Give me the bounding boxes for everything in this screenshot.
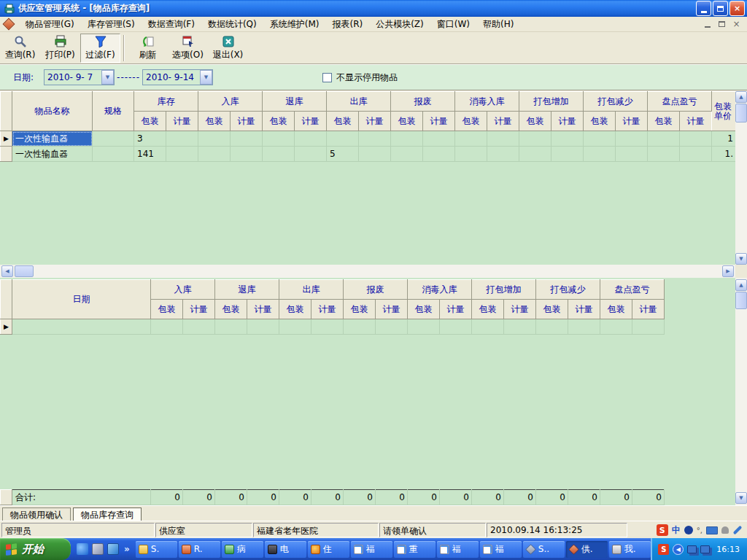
cell[interactable] bbox=[376, 319, 408, 335]
grid2-sub-qty[interactable]: 计量 bbox=[311, 300, 344, 319]
grid2-sub-qty[interactable]: 计量 bbox=[183, 300, 215, 319]
grid2-group-in[interactable]: 入库 bbox=[151, 280, 215, 300]
cell[interactable] bbox=[263, 147, 295, 162]
ie-quicklaunch-icon[interactable] bbox=[77, 543, 88, 555]
network-icon[interactable] bbox=[687, 545, 697, 553]
grid2-sub-pkg[interactable]: 包装 bbox=[279, 300, 311, 319]
cell[interactable] bbox=[440, 319, 472, 335]
moon-icon[interactable] bbox=[684, 526, 693, 534]
refresh-button[interactable]: 刷新 bbox=[128, 34, 168, 63]
menu-item-stats[interactable]: 数据统计(Q) bbox=[201, 17, 263, 32]
grid1-group-stock[interactable]: 库存 bbox=[134, 92, 198, 112]
grid2-sub-pkg[interactable]: 包装 bbox=[151, 300, 183, 319]
grid1-sub-qty[interactable]: 计量 bbox=[487, 112, 519, 131]
cell[interactable] bbox=[198, 131, 231, 147]
grid1-sub-pkg[interactable]: 包装 bbox=[648, 112, 680, 131]
cell[interactable] bbox=[359, 131, 391, 147]
grid2-group-pack-add[interactable]: 打包增加 bbox=[472, 280, 536, 300]
restore-icon[interactable] bbox=[713, 1, 728, 16]
cell[interactable] bbox=[423, 131, 455, 147]
menu-item-window[interactable]: 窗口(W) bbox=[430, 17, 476, 32]
cell[interactable] bbox=[551, 131, 584, 147]
taskbar-item[interactable]: 电 bbox=[265, 541, 306, 558]
start-button[interactable]: 开始 bbox=[0, 538, 71, 560]
cell[interactable] bbox=[472, 319, 504, 335]
cell[interactable] bbox=[584, 147, 616, 162]
cell[interactable] bbox=[648, 147, 680, 162]
options-button[interactable]: 选项(O) bbox=[168, 34, 208, 63]
grid1-sub-qty[interactable]: 计量 bbox=[680, 112, 712, 131]
grid2-group-pack-sub[interactable]: 打包减少 bbox=[536, 280, 600, 300]
grid1-hscrollbar[interactable]: ◀ ▶ bbox=[0, 265, 735, 278]
grid1-sub-pkg[interactable]: 包装 bbox=[263, 112, 295, 131]
cell[interactable] bbox=[519, 131, 551, 147]
taskbar-item-active[interactable]: 供. bbox=[566, 541, 608, 558]
punctuation-icon[interactable]: °, bbox=[697, 526, 703, 534]
scroll-up-icon[interactable]: ▲ bbox=[735, 279, 747, 291]
cell[interactable] bbox=[231, 131, 263, 147]
grid2-sub-pkg[interactable]: 包装 bbox=[600, 300, 632, 319]
grid2-group-scrap[interactable]: 报废 bbox=[344, 280, 408, 300]
scroll-right-icon[interactable]: ▶ bbox=[722, 265, 734, 277]
cell[interactable]: 3 bbox=[134, 131, 166, 147]
cell[interactable] bbox=[455, 147, 487, 162]
cell[interactable] bbox=[680, 131, 712, 147]
grid1-sub-pkg[interactable]: 包装 bbox=[584, 112, 616, 131]
taskbar-item[interactable]: S. bbox=[136, 541, 177, 558]
cell[interactable] bbox=[584, 131, 616, 147]
scroll-down-icon[interactable]: ▼ bbox=[735, 253, 747, 265]
cell[interactable] bbox=[327, 131, 359, 147]
cell[interactable] bbox=[648, 131, 680, 147]
taskbar-item[interactable]: S.. bbox=[523, 541, 565, 558]
network-icon[interactable] bbox=[700, 545, 710, 553]
scroll-thumb[interactable] bbox=[735, 104, 747, 122]
grid2-group-disinfect[interactable]: 消毒入库 bbox=[408, 280, 472, 300]
cell[interactable] bbox=[344, 319, 376, 335]
explorer-quicklaunch-icon[interactable] bbox=[107, 543, 119, 555]
cell[interactable] bbox=[616, 131, 648, 147]
grid2-sub-qty[interactable]: 计量 bbox=[247, 300, 279, 319]
grid2-sub-pkg[interactable]: 包装 bbox=[472, 300, 504, 319]
grid2-sub-qty[interactable]: 计量 bbox=[504, 300, 536, 319]
date-to-combobox[interactable]: 2010- 9-14 ▼ bbox=[142, 69, 213, 85]
cell[interactable] bbox=[93, 131, 134, 147]
mdi-restore-icon[interactable] bbox=[716, 19, 728, 30]
cell[interactable] bbox=[487, 131, 519, 147]
taskbar-item[interactable]: 福 bbox=[351, 541, 392, 558]
close-icon[interactable]: × bbox=[729, 1, 745, 16]
cell[interactable] bbox=[455, 131, 487, 147]
cell[interactable] bbox=[295, 147, 327, 162]
quicklaunch-overflow-icon[interactable]: » bbox=[124, 544, 130, 554]
exit-button[interactable]: 退出(X) bbox=[208, 34, 248, 63]
cell[interactable] bbox=[263, 131, 295, 147]
menu-item-stock[interactable]: 库存管理(S) bbox=[81, 17, 142, 32]
date-from-dropdown-icon[interactable]: ▼ bbox=[101, 70, 114, 85]
grid2-sub-pkg[interactable]: 包装 bbox=[536, 300, 568, 319]
scroll-left-icon[interactable]: ◀ bbox=[1, 265, 13, 277]
grid1-vscrollbar[interactable]: ▲ ▼ bbox=[735, 91, 747, 265]
cell[interactable] bbox=[600, 319, 632, 335]
grid1-sub-qty[interactable]: 计量 bbox=[166, 112, 198, 131]
mdi-minimize-icon[interactable] bbox=[701, 19, 713, 30]
grid1-group-return[interactable]: 退库 bbox=[263, 92, 327, 112]
menu-item-query[interactable]: 数据查询(F) bbox=[142, 17, 201, 32]
hide-disabled-checkbox[interactable] bbox=[322, 73, 332, 82]
taskbar-item[interactable]: R. bbox=[179, 541, 220, 558]
print-button[interactable]: 打印(P) bbox=[40, 34, 80, 63]
grid2-header-date[interactable]: 日期 bbox=[12, 280, 151, 319]
scroll-thumb[interactable] bbox=[735, 292, 747, 309]
menu-item-common[interactable]: 公共模块(Z) bbox=[369, 17, 430, 32]
menu-item-report[interactable]: 报表(R) bbox=[325, 17, 369, 32]
grid1-sub-pkg[interactable]: 包装 bbox=[391, 112, 423, 131]
query-button[interactable]: 查询(R) bbox=[0, 34, 40, 63]
grid1-group-in[interactable]: 入库 bbox=[198, 92, 263, 112]
grid2-sub-pkg[interactable]: 包装 bbox=[408, 300, 440, 319]
cell[interactable] bbox=[408, 319, 440, 335]
cell[interactable] bbox=[311, 319, 344, 335]
sogou-tray-icon[interactable]: S bbox=[658, 544, 669, 555]
grid1-sub-pkg[interactable]: 包装 bbox=[198, 112, 231, 131]
taskbar-item[interactable]: 福 bbox=[480, 541, 522, 558]
grid2-group-return[interactable]: 退库 bbox=[215, 280, 279, 300]
cell[interactable] bbox=[391, 131, 423, 147]
cell[interactable] bbox=[247, 319, 279, 335]
